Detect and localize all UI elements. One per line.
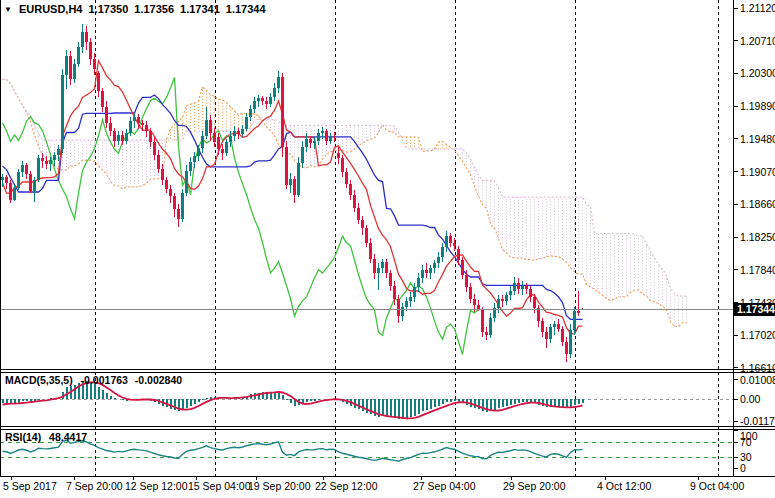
time-axis-label: 22 Sep 12:00 bbox=[315, 480, 377, 492]
time-axis-label: 29 Sep 20:00 bbox=[503, 480, 565, 492]
time-axis-label: 27 Sep 04:00 bbox=[413, 480, 475, 492]
chart-canvas[interactable] bbox=[0, 0, 775, 498]
time-axis-label: 5 Sep 2017 bbox=[3, 480, 57, 492]
time-axis-label: 12 Sep 12:00 bbox=[125, 480, 187, 492]
symbol-ohlc-header: ▼ EURUSD,H4 1.17350 1.17356 1.17341 1.17… bbox=[4, 3, 266, 15]
time-axis-label: 15 Sep 04:00 bbox=[188, 480, 250, 492]
macd-axis-label: 0.00 bbox=[740, 393, 760, 405]
rsi-indicator-label: RSI(14) 48.4417 bbox=[5, 431, 87, 443]
symbol-dropdown-icon[interactable]: ▼ bbox=[4, 5, 12, 14]
price-axis-label: 1.18250 bbox=[740, 231, 775, 243]
macd-axis-label: -0.011747 bbox=[740, 415, 775, 427]
price-axis-label: 1.17020 bbox=[740, 329, 775, 341]
price-axis-label: 1.19480 bbox=[740, 133, 775, 145]
time-axis-label: 9 Oct 04:00 bbox=[690, 480, 744, 492]
price-axis-label: 1.16610 bbox=[740, 362, 775, 374]
macd-axis-label: 0.010086 bbox=[740, 374, 775, 386]
time-axis-label: 19 Sep 20:00 bbox=[248, 480, 310, 492]
ohlc-high: 1.17356 bbox=[134, 3, 174, 15]
ohlc-low: 1.17341 bbox=[180, 3, 220, 15]
rsi-value: 48.4417 bbox=[49, 431, 87, 443]
current-price-box: 1.17344 bbox=[734, 303, 775, 316]
rsi-axis-label: 0 bbox=[740, 462, 746, 474]
price-axis-label: 1.19070 bbox=[740, 166, 775, 178]
macd-signal-value: -0.002840 bbox=[135, 374, 182, 386]
time-axis-label: 7 Sep 20:00 bbox=[66, 480, 123, 492]
price-axis-label: 1.21120 bbox=[740, 2, 775, 14]
price-axis-label: 1.18660 bbox=[740, 198, 775, 210]
symbol-timeframe-label: EURUSD,H4 bbox=[19, 3, 83, 15]
rsi-title: RSI(14) bbox=[5, 431, 41, 443]
price-axis-label: 1.19890 bbox=[740, 100, 775, 112]
price-axis-label: 1.17840 bbox=[740, 264, 775, 276]
mt4-chart-window: ▼ EURUSD,H4 1.17350 1.17356 1.17341 1.17… bbox=[0, 0, 775, 498]
macd-indicator-label: MACD(5,35,5) -0.001763 -0.002840 bbox=[5, 374, 182, 386]
price-axis-label: 1.20710 bbox=[740, 35, 775, 47]
price-axis-label: 1.20300 bbox=[740, 67, 775, 79]
ohlc-open: 1.17350 bbox=[89, 3, 129, 15]
time-axis-label: 4 Oct 12:00 bbox=[597, 480, 651, 492]
ohlc-close: 1.17344 bbox=[226, 3, 266, 15]
macd-title: MACD(5,35,5) bbox=[5, 374, 73, 386]
rsi-axis-label: 70 bbox=[740, 436, 752, 448]
macd-main-value: -0.001763 bbox=[81, 374, 128, 386]
